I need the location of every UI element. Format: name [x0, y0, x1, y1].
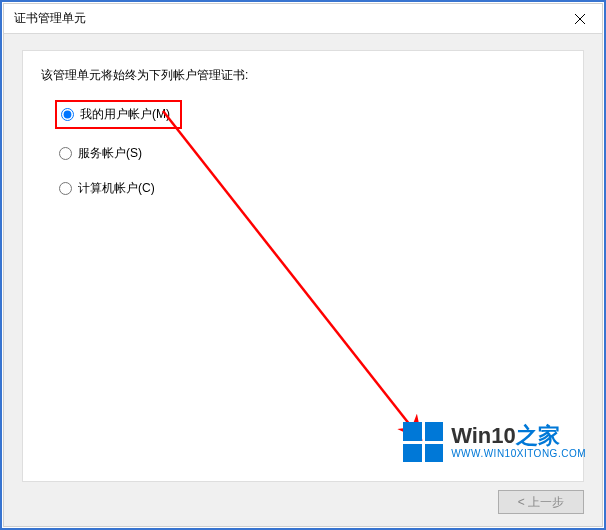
- window-title: 证书管理单元: [4, 10, 558, 27]
- option-label-computer: 计算机帐户(C): [78, 180, 155, 197]
- radio-my-user-account[interactable]: [61, 108, 74, 121]
- content-area: 该管理单元将始终为下列帐户管理证书: 我的用户帐户(M) 服务帐户(S) 计算机…: [4, 34, 602, 526]
- titlebar: 证书管理单元: [4, 4, 602, 34]
- close-button[interactable]: [558, 4, 602, 33]
- button-row: < 上一步: [22, 482, 584, 514]
- radio-computer-account[interactable]: [59, 182, 72, 195]
- dialog-window: 证书管理单元 该管理单元将始终为下列帐户管理证书: 我的用户帐户(M): [3, 3, 603, 527]
- main-panel: 该管理单元将始终为下列帐户管理证书: 我的用户帐户(M) 服务帐户(S) 计算机…: [22, 50, 584, 482]
- back-button[interactable]: < 上一步: [498, 490, 584, 514]
- option-label-user: 我的用户帐户(M): [80, 106, 170, 123]
- option-computer-account[interactable]: 计算机帐户(C): [55, 178, 159, 199]
- account-options: 我的用户帐户(M) 服务帐户(S) 计算机帐户(C): [55, 100, 565, 199]
- outer-frame: 证书管理单元 该管理单元将始终为下列帐户管理证书: 我的用户帐户(M): [0, 0, 606, 530]
- option-service-account[interactable]: 服务帐户(S): [55, 143, 146, 164]
- prompt-text: 该管理单元将始终为下列帐户管理证书:: [41, 67, 565, 84]
- radio-service-account[interactable]: [59, 147, 72, 160]
- close-icon: [575, 14, 585, 24]
- option-my-user-account[interactable]: 我的用户帐户(M): [55, 100, 182, 129]
- option-label-service: 服务帐户(S): [78, 145, 142, 162]
